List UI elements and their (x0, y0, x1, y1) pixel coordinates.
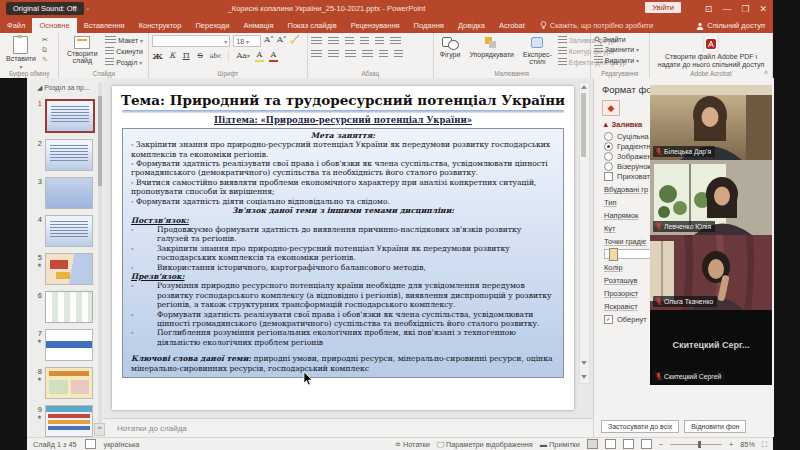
line-spacing-icon[interactable] (375, 37, 384, 46)
bullets-icon[interactable] (311, 37, 322, 46)
notes-splitter-icon[interactable]: ≐ (94, 423, 105, 436)
format-painter-icon[interactable]: ✎ (42, 56, 48, 64)
tab-transitions[interactable]: Переходи (188, 18, 236, 33)
slide-sorter-view-icon[interactable] (605, 439, 616, 449)
clear-formatting-icon[interactable]: 🧹 (290, 35, 300, 47)
tab-review[interactable]: Рецензування (344, 18, 407, 33)
slideshow-view-icon[interactable] (641, 439, 652, 449)
restore-icon[interactable]: ❐ (741, 4, 749, 14)
shapes-button[interactable]: Фігури (437, 35, 464, 59)
slide-scrollbar[interactable] (579, 82, 590, 384)
thumbnail-slide-4[interactable]: 4 (27, 212, 103, 250)
font-name-combo[interactable]: ▾ (152, 35, 230, 47)
character-spacing-button[interactable]: abc (210, 51, 222, 61)
tab-slideshow[interactable]: Показ слайдів (281, 18, 344, 33)
layout-button[interactable]: Макет▾ (105, 36, 143, 45)
arrange-button[interactable]: Упорядкувати (466, 35, 517, 59)
tab-acrobat[interactable]: Acrobat (492, 18, 532, 33)
thumbnail-slide-1[interactable]: 1 (27, 96, 103, 136)
underline-button[interactable]: П (182, 51, 191, 61)
notes-placeholder[interactable]: Нотатки до слайда (117, 424, 187, 433)
accessibility-icon[interactable] (85, 439, 96, 449)
cut-icon[interactable]: ✂ (42, 36, 48, 44)
section-header[interactable]: ◢ Розділ за пр... (27, 78, 103, 96)
strikethrough-button[interactable]: S (196, 51, 205, 61)
video-tile-4[interactable]: Скитецкий Серг... Скитецкий Сергей (650, 310, 772, 385)
find-button[interactable]: Знайти (594, 36, 639, 43)
thumbnail-slide-3[interactable]: 3 (27, 174, 103, 212)
tab-view[interactable]: Подання (407, 18, 451, 33)
minimize-icon[interactable]: — (722, 4, 731, 14)
collapse-ribbon-icon[interactable]: ˄ (764, 69, 768, 76)
thumbnail-slide-6[interactable]: 6 (27, 288, 103, 326)
smartart-icon[interactable] (394, 50, 403, 59)
previous-slide-icon[interactable] (581, 361, 587, 365)
slide-title[interactable]: Тема: Природний та трудоресурсний потенц… (120, 93, 566, 108)
notes-toggle[interactable]: ≐ Нотатки (395, 440, 430, 449)
fill-bucket-icon[interactable]: ◆ (602, 100, 620, 116)
next-slide-icon[interactable] (581, 375, 587, 379)
align-center-icon[interactable] (328, 50, 339, 59)
thumbnail-slide-2[interactable]: 2 (27, 136, 103, 174)
quick-styles-button[interactable]: Експрес-стилі (520, 35, 555, 66)
columns-icon[interactable] (379, 50, 388, 59)
paste-button[interactable]: Вставити▾ (3, 35, 39, 71)
new-slide-button[interactable]: Створити слайд (62, 35, 102, 65)
italic-button[interactable]: К (168, 51, 177, 61)
fit-to-window-icon[interactable]: ⛶ (762, 440, 767, 449)
replace-button[interactable]: Замінити▾ (594, 45, 639, 54)
share-button[interactable]: Спільний доступ (688, 18, 773, 33)
tab-design[interactable]: Конструктор (132, 18, 189, 33)
tab-home[interactable]: Основне (32, 18, 76, 33)
font-color-icon[interactable]: A (269, 50, 278, 62)
decrease-indent-icon[interactable] (345, 37, 354, 46)
create-pdf-button[interactable]: Створити файл Adobe PDF і надати до ньог… (653, 35, 769, 70)
display-settings-button[interactable]: 🖵 Параметри відображення (437, 440, 533, 449)
justify-icon[interactable] (362, 50, 373, 59)
thumbnail-slide-7[interactable]: 7★ (27, 326, 103, 364)
reading-view-icon[interactable] (623, 439, 634, 449)
thumbnail-scrollbar[interactable] (98, 82, 102, 430)
grow-font-icon[interactable]: A˄ (264, 35, 274, 47)
zoom-video-sidebar[interactable]: Білецька Дар'я Левченко Юлія (650, 85, 772, 385)
slide-editor-area[interactable]: Тема: Природний та трудоресурсний потенц… (103, 78, 593, 418)
zoom-level[interactable]: 85% (740, 440, 755, 449)
slide-body-textbox[interactable]: Мета заняття: - Закріпити знання про при… (122, 128, 564, 378)
select-button[interactable]: Виділити▾ (594, 56, 639, 65)
apply-to-all-button[interactable]: Застосувати до всіх (601, 420, 679, 433)
language-indicator[interactable]: українська (104, 440, 140, 449)
align-left-icon[interactable] (311, 50, 322, 59)
zoom-out-icon[interactable]: − (659, 440, 663, 449)
tab-help[interactable]: Довідка (451, 18, 492, 33)
tab-animations[interactable]: Анімація (236, 18, 280, 33)
notes-bar[interactable]: ≐ Нотатки до слайда (103, 418, 593, 437)
highlight-icon[interactable]: A (255, 50, 264, 62)
slide-thumbnail-panel[interactable]: ◢ Розділ за пр... 1 2 3 4 5★ 6 (27, 78, 103, 437)
reset-button[interactable]: Скинути (105, 47, 143, 56)
increase-indent-icon[interactable] (360, 37, 369, 46)
comments-toggle[interactable]: ▬ Примітки (540, 440, 580, 449)
video-tile-1[interactable]: Білецька Дар'я (650, 85, 772, 160)
copy-icon[interactable]: ⧉ (42, 46, 48, 54)
font-size-combo[interactable]: 18▾ (233, 35, 261, 47)
thumbnail-slide-5[interactable]: 5★ (27, 250, 103, 288)
shrink-font-icon[interactable]: A˅ (277, 35, 287, 47)
text-direction-icon[interactable] (390, 37, 401, 46)
thumbnail-slide-8[interactable]: 8★ (27, 364, 103, 402)
bold-button[interactable]: Ж (152, 51, 163, 61)
numbering-icon[interactable] (328, 37, 339, 46)
sign-in-button[interactable]: Увійти (645, 2, 681, 13)
section-button[interactable]: Розділ▾ (105, 58, 143, 67)
normal-view-icon[interactable] (587, 439, 598, 449)
zoom-slider[interactable] (670, 444, 722, 445)
reset-background-button[interactable]: Відновити фон (684, 420, 746, 433)
tab-file[interactable]: Файл (0, 18, 32, 33)
zoom-in-icon[interactable]: + (729, 440, 733, 449)
video-tile-3[interactable]: Ольга Ткаченко (650, 235, 772, 310)
slide-canvas[interactable]: Тема: Природний та трудоресурсний потенц… (112, 86, 574, 410)
change-case-icon[interactable]: Aa▾ (236, 51, 250, 61)
thumbnail-slide-9[interactable]: 9★ (27, 402, 103, 437)
video-tile-2[interactable]: Левченко Юлія (650, 160, 772, 235)
tell-me-box[interactable]: Скажіть, що потрібно зробити (532, 18, 662, 33)
close-icon[interactable]: ✕ (759, 4, 767, 14)
